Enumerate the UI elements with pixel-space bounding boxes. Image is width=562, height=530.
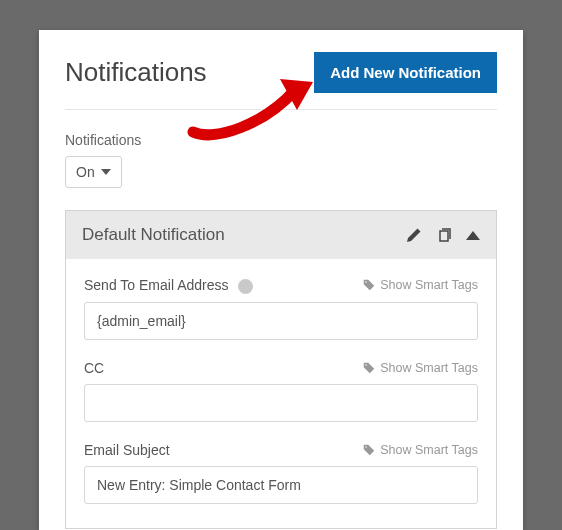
block-header: Default Notification [66, 211, 496, 259]
cc-input[interactable] [84, 384, 478, 422]
email-subject-input[interactable] [84, 466, 478, 504]
page-title: Notifications [65, 57, 207, 88]
toggle-label: Notifications [65, 132, 497, 148]
tag-icon [363, 362, 375, 374]
notifications-toggle[interactable]: On [65, 156, 122, 188]
show-smart-tags-link[interactable]: Show Smart Tags [363, 278, 478, 292]
field-email-subject: Email Subject Show Smart Tags [84, 442, 478, 504]
field-cc: CC Show Smart Tags [84, 360, 478, 422]
notification-block: Default Notification Send To Email Addre… [65, 210, 497, 529]
copy-icon[interactable] [436, 227, 452, 243]
settings-panel: Notifications Add New Notification Notif… [39, 30, 523, 530]
pencil-icon[interactable] [406, 227, 422, 243]
tag-icon [363, 444, 375, 456]
block-title: Default Notification [82, 225, 225, 245]
chevron-down-icon [101, 169, 111, 175]
panel-header: Notifications Add New Notification [65, 52, 497, 110]
block-actions [406, 227, 480, 243]
field-label: CC [84, 360, 104, 376]
toggle-value: On [76, 164, 95, 180]
add-new-notification-button[interactable]: Add New Notification [314, 52, 497, 93]
field-label: Email Subject [84, 442, 170, 458]
tag-icon [363, 279, 375, 291]
block-body: Send To Email Address Show Smart Tags CC [66, 259, 496, 528]
show-smart-tags-link[interactable]: Show Smart Tags [363, 443, 478, 457]
collapse-icon[interactable] [466, 231, 480, 240]
field-label: Send To Email Address [84, 277, 253, 294]
show-smart-tags-link[interactable]: Show Smart Tags [363, 361, 478, 375]
help-icon[interactable] [238, 279, 253, 294]
field-send-to: Send To Email Address Show Smart Tags [84, 277, 478, 340]
send-to-input[interactable] [84, 302, 478, 340]
notifications-toggle-section: Notifications On [65, 132, 497, 188]
